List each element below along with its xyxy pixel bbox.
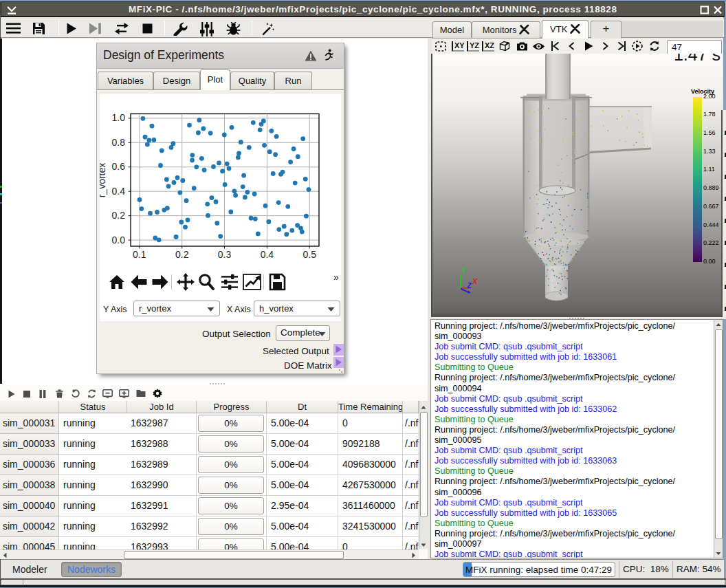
svg-text:0.3: 0.3 [218, 249, 232, 260]
svg-text:0.6: 0.6 [112, 161, 126, 172]
svg-text:0.2: 0.2 [175, 249, 189, 260]
svg-text:r_vortex: r_vortex [100, 163, 107, 198]
svg-text:0.8: 0.8 [112, 137, 126, 148]
svg-text:Z: Z [467, 282, 472, 290]
svg-text:0.4: 0.4 [112, 186, 126, 197]
svg-text:0.1: 0.1 [133, 249, 146, 260]
svg-text:1.0: 1.0 [112, 112, 126, 123]
svg-text:X: X [472, 277, 478, 285]
svg-text:0.5: 0.5 [302, 249, 316, 260]
svg-text:Y: Y [461, 266, 468, 274]
svg-text:0.0: 0.0 [112, 235, 126, 246]
svg-text:0.2: 0.2 [112, 210, 126, 221]
svg-text:0.4: 0.4 [261, 249, 274, 260]
